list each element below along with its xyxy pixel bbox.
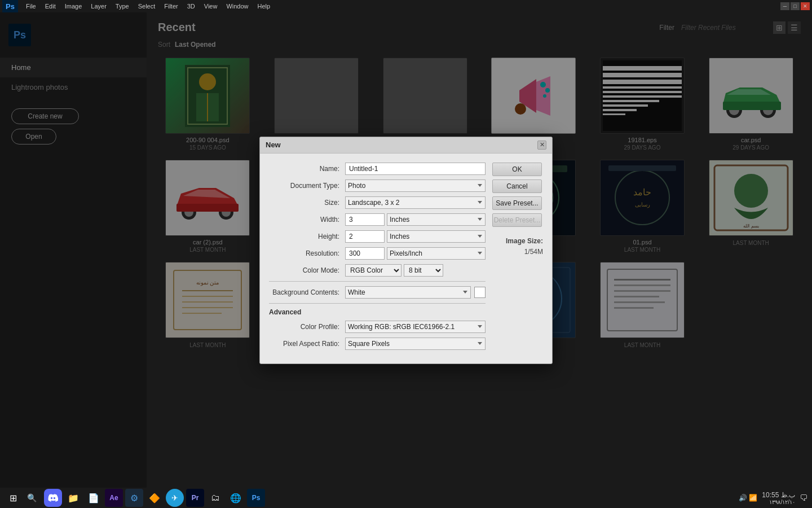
width-unit-select[interactable]: Inches — [387, 213, 486, 226]
taskbar-app-telegram[interactable]: ✈ — [166, 489, 184, 507]
height-input[interactable] — [345, 230, 385, 243]
pixelaspect-label: Pixel Aspect Ratio: — [269, 340, 345, 348]
taskbar-app-aftereffects[interactable]: Ae — [105, 489, 123, 507]
form-row-height: Height: Inches — [269, 230, 486, 243]
bg-color-swatch[interactable] — [474, 287, 486, 298]
taskbar-app-document[interactable]: 📄 — [85, 489, 103, 507]
resolution-input[interactable] — [345, 247, 385, 260]
app-logo: Ps — [2, 0, 18, 12]
name-label: Name: — [269, 165, 345, 173]
menu-help[interactable]: Help — [253, 2, 275, 11]
taskbar-search-button[interactable]: 🔍 — [24, 490, 39, 506]
taskbar-app-fileexplorer[interactable]: 📁 — [64, 489, 82, 507]
resolution-label: Resolution: — [269, 249, 345, 257]
taskbar-app-chrome[interactable]: 🌐 — [227, 489, 245, 507]
dialog-overlay: New ✕ Name: Document Type: Photo — [0, 12, 812, 488]
colorprofile-label: Color Profile: — [269, 323, 345, 331]
height-label: Height: — [269, 233, 345, 240]
advanced-label: Advanced — [269, 308, 486, 316]
width-input-group: Inches — [345, 213, 486, 226]
taskbar-date: ۱۳۹۸/۱۲/۱۰ — [762, 499, 795, 505]
menu-filter[interactable]: Filter — [160, 2, 182, 11]
colorprofile-select[interactable]: Working RGB: sRGB IEC61966-2.1 — [345, 321, 486, 333]
resolution-input-group: Pixels/Inch — [345, 247, 486, 260]
taskbar-app-premiere[interactable]: Pr — [186, 489, 204, 507]
taskbar-time: 10:55 ب.ظ — [762, 491, 795, 499]
cancel-button[interactable]: Cancel — [492, 179, 542, 193]
taskbar-app-photoshop[interactable]: Ps — [247, 489, 265, 507]
doctype-label: Document Type: — [269, 182, 345, 190]
minimize-button[interactable]: ─ — [780, 2, 789, 10]
delete-preset-button[interactable]: Delete Preset... — [492, 213, 542, 227]
dialog-buttons: OK Cancel Save Preset... Delete Preset..… — [492, 163, 543, 354]
image-size-title: Image Size: — [492, 236, 543, 247]
close-button[interactable]: ✕ — [801, 2, 810, 10]
form-row-colorprofile: Color Profile: Working RGB: sRGB IEC6196… — [269, 321, 486, 333]
start-button[interactable]: ⊞ — [5, 489, 21, 506]
colormode-label: Color Mode: — [269, 266, 345, 274]
menu-view[interactable]: View — [200, 2, 222, 11]
menu-type[interactable]: Type — [111, 2, 134, 11]
name-input[interactable] — [345, 163, 486, 175]
taskbar-app-unknown[interactable]: ⚙ — [125, 489, 143, 507]
save-preset-button[interactable]: Save Preset... — [492, 196, 542, 210]
menu-layer[interactable]: Layer — [86, 2, 111, 11]
form-row-resolution: Resolution: Pixels/Inch — [269, 247, 486, 260]
form-row-size: Size: Landscape, 3 x 2 — [269, 196, 486, 209]
window-controls: ─ □ ✕ — [780, 2, 810, 10]
divider2 — [269, 303, 486, 304]
taskbar: ⊞ 🔍 📁 📄 Ae ⚙ 🔶 ✈ Pr 🗂 🌐 Ps 🔊 📶 10:55 ب.ظ… — [0, 488, 812, 508]
bg-label: Background Contents: — [269, 288, 345, 296]
image-size-value: 1/54M — [492, 247, 543, 257]
form-row-bg: Background Contents: White — [269, 286, 486, 299]
size-label: Size: — [269, 199, 345, 207]
menu-bar: Ps File Edit Image Layer Type Select Fil… — [0, 0, 812, 12]
resolution-unit-select[interactable]: Pixels/Inch — [387, 247, 486, 260]
taskbar-app-discord[interactable] — [44, 489, 62, 507]
dialog-close-button[interactable]: ✕ — [537, 141, 546, 150]
form-row-doctype: Document Type: Photo — [269, 179, 486, 192]
form-row-name: Name: — [269, 163, 486, 175]
image-size-info: Image Size: 1/54M — [492, 236, 543, 257]
colormode-input-group: RGB Color 8 bit — [345, 264, 486, 277]
maximize-button[interactable]: □ — [791, 2, 800, 10]
taskbar-app-folder2[interactable]: 🗂 — [206, 489, 224, 507]
size-select[interactable]: Landscape, 3 x 2 — [345, 196, 486, 209]
taskbar-app-vlc[interactable]: 🔶 — [145, 489, 164, 507]
pixelaspect-select[interactable]: Square Pixels — [345, 338, 486, 350]
dialog-body: Name: Document Type: Photo Size: Landsca… — [260, 154, 552, 364]
width-input[interactable] — [345, 213, 385, 226]
divider — [269, 281, 486, 282]
menu-3d[interactable]: 3D — [183, 2, 200, 11]
taskbar-icons: 🔊 📶 — [739, 494, 757, 502]
bit-select[interactable]: 8 bit — [404, 264, 443, 277]
notification-icon[interactable]: 🗨 — [800, 493, 807, 502]
form-row-pixelaspect: Pixel Aspect Ratio: Square Pixels — [269, 338, 486, 350]
bg-contents-group: White — [345, 286, 486, 299]
taskbar-clock: 10:55 ب.ظ ۱۳۹۸/۱۲/۱۰ — [762, 491, 795, 505]
form-row-width: Width: Inches — [269, 213, 486, 226]
menu-file[interactable]: File — [21, 2, 41, 11]
ok-button[interactable]: OK — [492, 163, 542, 176]
taskbar-right: 🔊 📶 10:55 ب.ظ ۱۳۹۸/۱۲/۱۰ 🗨 — [739, 491, 807, 505]
bg-contents-select[interactable]: White — [345, 286, 471, 299]
dialog-titlebar: New ✕ — [260, 137, 552, 154]
width-label: Width: — [269, 216, 345, 224]
taskbar-apps: 📁 📄 Ae ⚙ 🔶 ✈ Pr 🗂 🌐 Ps — [44, 489, 265, 507]
height-unit-select[interactable]: Inches — [387, 230, 486, 243]
menu-select[interactable]: Select — [134, 2, 160, 11]
new-document-dialog: New ✕ Name: Document Type: Photo — [259, 137, 553, 364]
dialog-form: Name: Document Type: Photo Size: Landsca… — [269, 163, 486, 354]
height-input-group: Inches — [345, 230, 486, 243]
menu-window[interactable]: Window — [222, 2, 253, 11]
colormode-select[interactable]: RGB Color — [345, 264, 401, 277]
dialog-title: New — [266, 141, 281, 149]
menu-edit[interactable]: Edit — [41, 2, 60, 11]
menu-image[interactable]: Image — [60, 2, 87, 11]
doctype-select[interactable]: Photo — [345, 179, 486, 192]
form-row-colormode: Color Mode: RGB Color 8 bit — [269, 264, 486, 277]
